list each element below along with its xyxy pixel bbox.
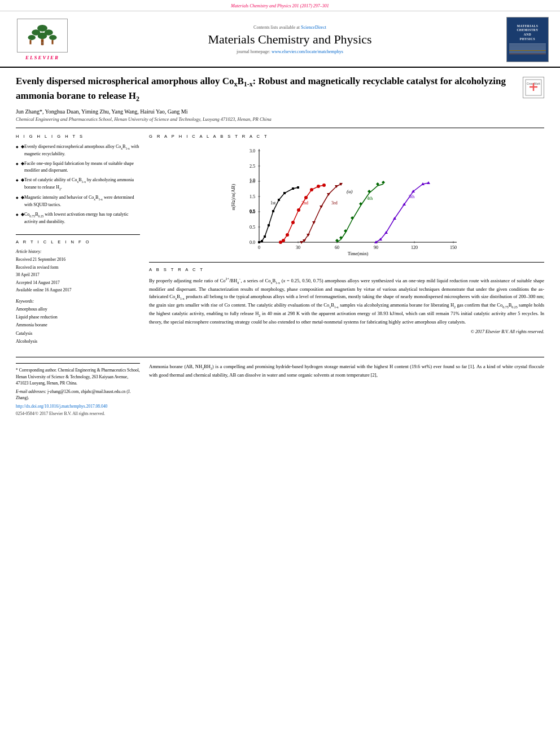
journal-reference-bar: Materials Chemistry and Physics 201 (201… — [0, 0, 560, 11]
svg-marker-82 — [359, 202, 362, 206]
keywords-list: Amorphous alloy Liquid phase reduction A… — [16, 305, 140, 346]
contents-label: Contents lists available at — [253, 25, 301, 30]
svg-point-9 — [42, 42, 43, 43]
svg-text:30: 30 — [296, 245, 300, 250]
keywords-section: Keywords: Amorphous alloy Liquid phase r… — [16, 299, 140, 346]
journal-homepage: journal homepage: www.elsevier.com/locat… — [85, 49, 495, 54]
svg-text:0: 0 — [258, 245, 260, 250]
svg-text:3.0: 3.0 — [250, 148, 255, 154]
svg-point-60 — [286, 233, 289, 237]
journal-title: Materials Chemistry and Physics — [85, 32, 495, 47]
left-column: H I G H L I G H T S ◆ Evenly dispersed m… — [16, 134, 140, 350]
highlights-list: ◆ Evenly dispersed microspherical amorph… — [16, 143, 140, 225]
svg-point-61 — [291, 221, 295, 224]
article-history: Article history: Received 21 September 2… — [16, 249, 140, 294]
svg-marker-72 — [320, 206, 323, 208]
svg-text:5th: 5th — [409, 194, 414, 199]
authors-text: Jun Zhang*, Yonghua Duan, Yiming Zhu, Ya… — [16, 108, 187, 115]
highlight-text-1: Evenly dispersed microspherical amorphou… — [24, 143, 140, 158]
highlight-text-3: Test of catalytic ability of CoxB1-x by … — [24, 177, 140, 191]
received-revised-label: Received in revised form — [16, 264, 140, 272]
svg-rect-52 — [272, 210, 274, 212]
svg-text:1.0: 1.0 — [250, 209, 255, 215]
highlights-header: H I G H L I G H T S — [16, 134, 140, 139]
svg-point-65 — [317, 185, 320, 188]
graphical-abstract-chart: n(H₂)/n(AB) 0.0 0.5 1.0 0.5 — [149, 143, 544, 256]
abstract-text: By properly adjusting mole ratio of Co2+… — [149, 277, 544, 326]
abstract-section: A B S T R A C T By properly adjusting mo… — [149, 262, 544, 334]
svg-point-62 — [297, 208, 300, 212]
svg-point-64 — [310, 188, 313, 191]
sciencedirect-anchor[interactable]: ScienceDirect — [301, 25, 326, 30]
svg-rect-54 — [283, 192, 286, 194]
svg-rect-55 — [292, 187, 294, 190]
svg-text:2.0: 2.0 — [250, 179, 255, 184]
graphical-abstract: G R A P H I C A L A B S T R A C T n(H₂)/… — [149, 134, 544, 256]
elsevier-logo: ELSEVIER — [11, 19, 73, 60]
keyword-4: Catalysis — [16, 330, 140, 338]
elsevier-logo-box — [17, 19, 68, 53]
email-addresses: E-mail addresses: j-zhang@126.com, zhjah… — [16, 388, 140, 401]
highlight-text-2: Facile one-step liquid fabrication by me… — [24, 160, 140, 174]
svg-marker-81 — [351, 216, 354, 220]
elsevier-tree-icon — [25, 24, 59, 47]
doi-link[interactable]: http://dx.doi.org/10.1016/j.matchemphys.… — [16, 404, 140, 409]
svg-text:0.0: 0.0 — [250, 240, 255, 245]
cover-title-text: MATERIALSCHEMISTRYANDPHYSICS — [517, 24, 538, 42]
cover-decoration — [509, 43, 546, 55]
svg-text:120: 120 — [411, 245, 418, 250]
keyword-3: Ammonia borane — [16, 321, 140, 329]
svg-point-4 — [38, 32, 47, 39]
keyword-1: Amorphous alloy — [16, 305, 140, 313]
svg-rect-8 — [52, 40, 54, 45]
svg-text:90: 90 — [374, 245, 378, 250]
page: Materials Chemistry and Physics 201 (201… — [0, 0, 560, 425]
keywords-label: Keywords: — [16, 299, 140, 304]
svg-marker-79 — [339, 236, 343, 239]
highlight-item-3: ◆ Test of catalytic ability of CoxB1-x b… — [16, 177, 140, 191]
affiliation-text: Chemical Engineering and Pharmaceutics S… — [16, 116, 544, 122]
crossmark-box: CrossMark — [523, 77, 544, 98]
corresponding-author: * Corresponding author. Chemical Enginee… — [16, 367, 140, 386]
journal-cover-image: MATERIALSCHEMISTRYANDPHYSICS — [506, 17, 549, 62]
highlight-item-2: ◆ Facile one-step liquid fabrication by … — [16, 160, 140, 174]
homepage-url[interactable]: www.elsevier.com/locate/matchemphys — [272, 49, 343, 54]
svg-text:3rd: 3rd — [331, 200, 338, 206]
svg-point-5 — [49, 35, 57, 40]
abstract-header: A B S T R A C T — [149, 267, 544, 272]
svg-text:0.5: 0.5 — [250, 225, 255, 230]
available-date: Available online 16 August 2017 — [16, 286, 140, 294]
svg-rect-53 — [278, 199, 280, 201]
revised-date: 30 April 2017 — [16, 271, 140, 279]
copyright-text: © 2017 Elsevier B.V. All rights reserved… — [149, 329, 544, 334]
svg-rect-50 — [264, 235, 266, 238]
svg-text:60: 60 — [335, 245, 339, 250]
license-text: 0254-0584/© 2017 Elsevier B.V. All right… — [16, 411, 140, 416]
svg-text:2.5: 2.5 — [250, 164, 255, 169]
svg-point-58 — [279, 241, 282, 244]
crossmark-badge: CrossMark — [523, 77, 544, 98]
svg-point-3 — [28, 35, 36, 40]
svg-rect-56 — [297, 186, 299, 189]
svg-text:150: 150 — [450, 245, 457, 250]
svg-point-63 — [304, 196, 308, 199]
highlight-text-5: Co0.75B0.25 with lowest activation energ… — [24, 211, 140, 225]
svg-text:4th: 4th — [367, 196, 373, 201]
svg-text:1st: 1st — [270, 200, 276, 206]
received-date: Received 21 September 2016 — [16, 256, 140, 264]
footnote-text: * Corresponding author. Chemical Enginee… — [16, 367, 140, 401]
journal-center-info: Contents lists available at ScienceDirec… — [73, 25, 506, 54]
sciencedirect-link: Contents lists available at ScienceDirec… — [85, 25, 495, 30]
homepage-prefix: journal homepage: — [237, 49, 270, 54]
svg-point-59 — [282, 239, 285, 242]
elsevier-wordmark: ELSEVIER — [25, 55, 59, 60]
article-content: Evenly dispersed microspherical amorphou… — [0, 68, 560, 425]
right-column: G R A P H I C A L A B S T R A C T n(H₂)/… — [149, 134, 544, 350]
svg-text:(u): (u) — [347, 189, 353, 194]
svg-text:2nd: 2nd — [301, 200, 308, 206]
svg-rect-48 — [258, 241, 260, 243]
svg-text:1.5: 1.5 — [250, 194, 255, 199]
keyword-5: Alcoholysis — [16, 338, 140, 346]
highlight-item-1: ◆ Evenly dispersed microspherical amorph… — [16, 143, 140, 158]
highlight-item-5: ◆ Co0.75B0.25 with lowest activation ene… — [16, 211, 140, 225]
